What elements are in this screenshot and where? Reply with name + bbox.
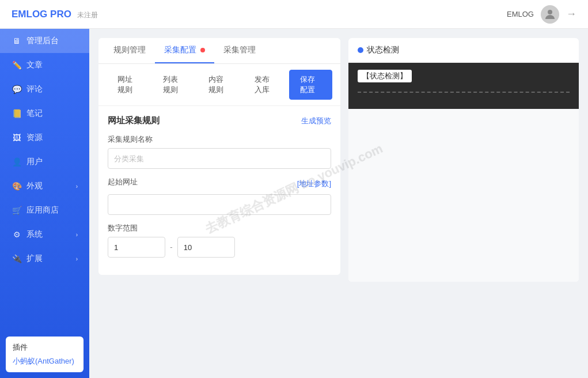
sidebar-item-resource[interactable]: 🖼 资源: [0, 126, 89, 150]
sub-tab-publish[interactable]: 发布入库: [244, 70, 287, 100]
resource-icon: 🖼: [12, 133, 22, 143]
form-section-title: 网址采集规则 生成预览: [108, 115, 331, 126]
form-area: 网址采集规则 生成预览 采集规则名称 起始网址 [地址参数]: [98, 106, 340, 275]
main-card: 规则管理 采集配置 采集管理 网址规则 列表规则: [98, 38, 340, 275]
sidebar-item-note[interactable]: 📒 笔记: [0, 101, 89, 126]
sidebar-item-label: 应用商店: [26, 205, 59, 216]
sidebar-item-label: 资源: [26, 133, 43, 143]
header: EMLOG PRO 未注册 EMLOG →: [0, 0, 588, 29]
status-dashes: [358, 92, 570, 93]
url-label-row: 起始网址 [地址参数]: [108, 177, 331, 191]
number-range-label: 数字范围: [108, 223, 331, 233]
sub-tab-url[interactable]: 网址规则: [107, 70, 150, 100]
layout: 🖥 管理后台 ✏️ 文章 💬 评论 📒 笔记 🖼 资源 👤 用户 🎨 外观 ›: [0, 29, 588, 378]
tabs-bar: 规则管理 采集配置 采集管理: [98, 38, 340, 64]
plugin-box: 插件 小蚂蚁(AntGather): [6, 337, 84, 372]
sidebar-item-label: 评论: [26, 84, 43, 94]
sidebar-item-appearance[interactable]: 🎨 外观 ›: [0, 174, 89, 198]
logout-icon[interactable]: →: [566, 8, 576, 20]
range-start-input[interactable]: [108, 237, 165, 258]
sidebar-item-user[interactable]: 👤 用户: [0, 150, 89, 174]
rule-name-input[interactable]: [108, 148, 331, 169]
status-body: 【状态检测】: [348, 63, 579, 109]
comment-icon: 💬: [12, 84, 22, 94]
sidebar: 🖥 管理后台 ✏️ 文章 💬 评论 📒 笔记 🖼 资源 👤 用户 🎨 外观 ›: [0, 29, 89, 378]
save-config-button[interactable]: 保存配置: [289, 70, 332, 100]
sidebar-item-label: 用户: [26, 157, 43, 167]
extend-icon: 🔌: [12, 254, 22, 264]
sidebar-item-label: 扩展: [26, 254, 43, 264]
sidebar-item-comment[interactable]: 💬 评论: [0, 77, 89, 101]
right-panel: 状态检测 【状态检测】: [348, 38, 579, 282]
range-end-input[interactable]: [177, 237, 235, 258]
plugin-link[interactable]: 小蚂蚁(AntGather): [13, 356, 77, 366]
tab-rule[interactable]: 规则管理: [104, 38, 155, 63]
note-icon: 📒: [12, 108, 22, 119]
svg-point-0: [548, 10, 552, 14]
sidebar-item-dashboard[interactable]: 🖥 管理后台: [0, 29, 89, 53]
dashboard-icon: 🖥: [12, 36, 22, 46]
start-url-group: 起始网址 [地址参数]: [108, 177, 331, 215]
sidebar-item-label: 文章: [26, 60, 43, 70]
sidebar-item-extend[interactable]: 🔌 扩展 ›: [0, 247, 89, 271]
appearance-icon: 🎨: [12, 181, 22, 191]
sidebar-item-label: 系统: [26, 229, 43, 240]
left-panel: 规则管理 采集配置 采集管理 网址规则 列表规则: [98, 38, 340, 275]
plugin-title: 插件: [13, 342, 77, 353]
header-logo: EMLOG PRO 未注册: [12, 9, 98, 20]
status-title: 状态检测: [367, 45, 399, 55]
collect-badge: [200, 48, 205, 52]
sidebar-item-label: 管理后台: [26, 36, 59, 46]
tab-collect[interactable]: 采集配置: [155, 38, 214, 63]
sidebar-item-label: 外观: [26, 181, 43, 191]
sidebar-item-appstore[interactable]: 🛒 应用商店: [0, 198, 89, 222]
chevron-right-icon: ›: [76, 183, 78, 190]
content-grid: 规则管理 采集配置 采集管理 网址规则 列表规则: [98, 38, 579, 282]
status-empty-area: [348, 109, 579, 282]
system-icon: ⚙: [12, 229, 22, 240]
appstore-icon: 🛒: [12, 205, 22, 216]
status-card: 状态检测 【状态检测】: [348, 38, 579, 282]
article-icon: ✏️: [12, 60, 22, 70]
sub-tabs: 网址规则 列表规则 内容规则 发布入库 保存配置: [98, 64, 340, 106]
start-url-label: 起始网址: [108, 177, 138, 187]
start-url-input[interactable]: [108, 194, 331, 215]
sub-tab-list[interactable]: 列表规则: [152, 70, 195, 100]
chevron-right-icon: ›: [76, 232, 78, 238]
status-tag: 【状态检测】: [358, 70, 412, 82]
sidebar-item-article[interactable]: ✏️ 文章: [0, 53, 89, 77]
range-separator: -: [170, 243, 173, 252]
sidebar-item-label: 笔记: [26, 108, 43, 119]
avatar[interactable]: [541, 5, 559, 24]
chevron-right-icon: ›: [76, 256, 78, 262]
user-icon: 👤: [12, 157, 22, 167]
generate-preview-link[interactable]: 生成预览: [301, 116, 331, 126]
number-range-group: 数字范围 -: [108, 223, 331, 258]
status-card-header: 状态检测: [348, 38, 579, 63]
tab-other[interactable]: 采集管理: [214, 38, 265, 63]
rule-name-label: 采集规则名称: [108, 134, 331, 145]
main-content: 规则管理 采集配置 采集管理 网址规则 列表规则: [89, 29, 588, 378]
sidebar-item-system[interactable]: ⚙ 系统 ›: [0, 222, 89, 247]
sub-tab-content[interactable]: 内容规则: [198, 70, 241, 100]
range-row: -: [108, 237, 331, 258]
header-right: EMLOG →: [507, 5, 576, 24]
header-emlog-label: EMLOG: [507, 10, 534, 18]
rule-name-group: 采集规则名称: [108, 134, 331, 169]
url-param-link[interactable]: [地址参数]: [297, 179, 331, 189]
status-dot: [358, 47, 363, 53]
